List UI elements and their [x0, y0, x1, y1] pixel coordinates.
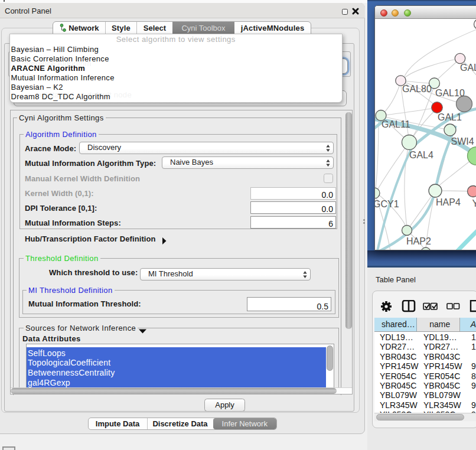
svg-text:GAL11: GAL11	[382, 119, 410, 129]
svg-text:Y: Y	[472, 198, 476, 208]
svg-text:GAL80: GAL80	[402, 84, 432, 94]
svg-text:HAP2: HAP2	[406, 236, 431, 246]
svg-text:SWI4: SWI4	[451, 136, 474, 146]
svg-text:GAL1: GAL1	[438, 112, 462, 122]
svg-text:GAL2: GAL2	[460, 63, 476, 73]
svg-text:HAP4: HAP4	[436, 197, 461, 207]
svg-text:GCY1: GCY1	[375, 199, 399, 209]
svg-text:GAL4: GAL4	[409, 150, 433, 160]
svg-text:GAL10: GAL10	[435, 88, 465, 98]
